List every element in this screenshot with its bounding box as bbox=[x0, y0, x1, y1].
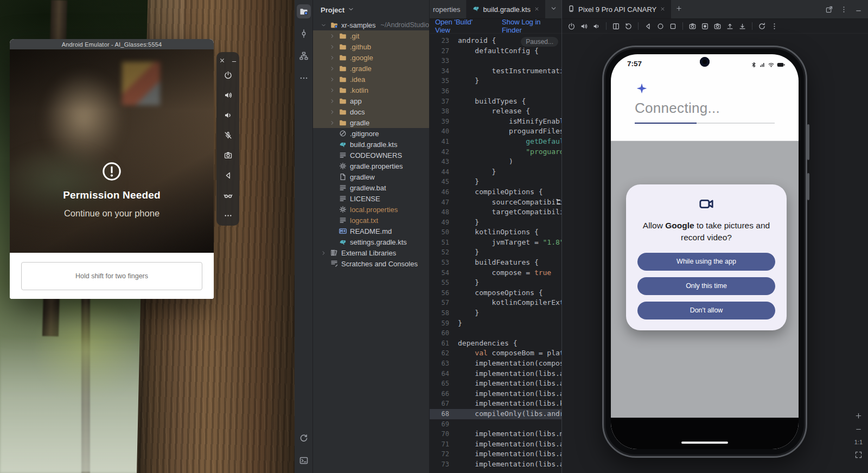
only-this-time-button[interactable]: Only this time bbox=[637, 277, 775, 295]
project-tree[interactable]: xr-samples~/AndroidStudioProj.git.github… bbox=[313, 20, 429, 269]
glasses-button[interactable] bbox=[224, 191, 233, 200]
tree-item[interactable]: .gitignore bbox=[313, 128, 429, 139]
editor-tab-bar[interactable]: roperties build.gradle.kts bbox=[430, 0, 561, 19]
tree-item[interactable]: xr-samples~/AndroidStudioProj bbox=[313, 20, 429, 30]
open-build-view-link[interactable]: Open 'Build' View bbox=[435, 18, 489, 34]
chevron-right-icon[interactable] bbox=[328, 76, 336, 82]
overview-button[interactable] bbox=[669, 22, 677, 30]
tree-item[interactable]: .git bbox=[313, 30, 429, 41]
kebab-button[interactable] bbox=[840, 5, 848, 14]
tree-item[interactable]: docs bbox=[313, 106, 429, 117]
tree-item[interactable]: local.properties bbox=[313, 204, 429, 215]
kebab-button[interactable] bbox=[770, 22, 778, 30]
upload-button[interactable] bbox=[726, 22, 734, 30]
while-using-the-app-button[interactable]: While using the app bbox=[637, 253, 775, 271]
emulator-controls[interactable] bbox=[224, 71, 233, 220]
volume-up-button[interactable] bbox=[224, 91, 233, 100]
tab-list-chevron-icon[interactable] bbox=[550, 5, 557, 14]
emulator-window[interactable]: Android Emulator - AI_Glasses:5554 Permi… bbox=[10, 39, 214, 299]
screenshot-button[interactable] bbox=[688, 22, 697, 30]
chevron-down-icon[interactable] bbox=[320, 22, 327, 28]
minus-button[interactable] bbox=[854, 425, 863, 433]
tree-item[interactable]: LICENSE bbox=[313, 193, 429, 204]
editor-panel[interactable]: roperties build.gradle.kts Open 'Build' … bbox=[430, 0, 561, 473]
device-mirror-area[interactable]: 7:57 Connecting... Allow Google to take … bbox=[562, 34, 868, 473]
tree-item[interactable]: .gradle bbox=[313, 63, 429, 74]
tree-item[interactable]: .github bbox=[313, 41, 429, 52]
commit-button[interactable] bbox=[297, 27, 311, 41]
don-t-allow-button[interactable]: Don't allow bbox=[637, 302, 775, 319]
close-tab-icon[interactable] bbox=[534, 5, 540, 14]
tree-item[interactable]: build.gradle.kts bbox=[313, 139, 429, 150]
record-button[interactable] bbox=[701, 22, 709, 30]
tree-item[interactable]: gradlew.bat bbox=[313, 182, 429, 193]
tab-pixel-9-pro[interactable]: Pixel 9 Pro API CANARY bbox=[562, 0, 671, 18]
tree-item[interactable]: .idea bbox=[313, 74, 429, 85]
chevron-right-icon[interactable] bbox=[328, 87, 336, 93]
camera-button[interactable] bbox=[224, 151, 233, 160]
tree-item[interactable]: gradle.properties bbox=[313, 161, 429, 171]
tree-item[interactable]: Scratches and Consoles bbox=[313, 258, 429, 269]
volume-up-button[interactable] bbox=[580, 22, 588, 30]
project-button[interactable] bbox=[297, 4, 311, 18]
more-horizontal-button[interactable] bbox=[224, 211, 233, 220]
tree-item[interactable]: gradlew bbox=[313, 171, 429, 182]
activity-bar[interactable] bbox=[295, 0, 313, 473]
tab-build-gradle-kts[interactable]: build.gradle.kts bbox=[467, 0, 545, 18]
add-device-icon[interactable] bbox=[675, 5, 682, 14]
project-panel[interactable]: Project xr-samples~/AndroidStudioProj.gi… bbox=[313, 0, 430, 473]
device-tab-bar[interactable]: Pixel 9 Pro API CANARY bbox=[562, 0, 868, 19]
running-devices-panel[interactable]: Pixel 9 Pro API CANARY 7:57 Connect bbox=[561, 0, 868, 473]
chevron-down-icon[interactable] bbox=[348, 6, 354, 14]
tree-item[interactable]: app bbox=[313, 95, 429, 106]
home-button[interactable] bbox=[656, 22, 665, 30]
close-button[interactable] bbox=[219, 57, 226, 64]
home-pill[interactable] bbox=[681, 442, 728, 444]
chevron-right-icon[interactable] bbox=[328, 120, 336, 126]
chevron-right-icon[interactable] bbox=[328, 66, 336, 72]
show-log-link[interactable]: Show Log in Finder bbox=[502, 18, 561, 34]
activity-bar-top[interactable] bbox=[297, 4, 311, 85]
chevron-right-icon[interactable] bbox=[328, 44, 336, 50]
minimize-button[interactable] bbox=[854, 5, 863, 14]
minimize-button[interactable] bbox=[231, 57, 238, 64]
structure-button[interactable] bbox=[297, 49, 311, 63]
tree-item[interactable]: gradle bbox=[313, 117, 429, 128]
tree-item[interactable]: logcat.txt bbox=[313, 215, 429, 226]
emulator-toolbar[interactable] bbox=[216, 52, 239, 226]
project-panel-header[interactable]: Project bbox=[313, 0, 429, 20]
fold-button[interactable] bbox=[612, 22, 620, 30]
camera-button[interactable] bbox=[713, 22, 722, 30]
rotate-left-button[interactable] bbox=[624, 22, 633, 30]
zoom-level-label[interactable]: 1:1 bbox=[854, 439, 863, 445]
device-toolbar[interactable] bbox=[562, 19, 868, 34]
chevron-right-icon[interactable] bbox=[328, 33, 336, 39]
mic-off-button[interactable] bbox=[224, 131, 233, 140]
volume-down-button[interactable] bbox=[224, 111, 233, 120]
zoom-controls[interactable]: 1:1 bbox=[854, 412, 863, 459]
phone-screen[interactable]: 7:57 Connecting... Allow Google to take … bbox=[611, 54, 799, 449]
tree-item[interactable]: CODEOWNERS bbox=[313, 150, 429, 161]
fit-button[interactable] bbox=[854, 451, 863, 459]
volume-down-button[interactable] bbox=[592, 22, 601, 30]
back-button[interactable] bbox=[644, 22, 652, 30]
emulator-screen[interactable]: Permission Needed Continue on your phone bbox=[10, 49, 214, 253]
device-panel-actions[interactable] bbox=[825, 5, 863, 14]
download-button[interactable] bbox=[738, 22, 746, 30]
chevron-right-icon[interactable] bbox=[328, 55, 336, 61]
external-button[interactable] bbox=[825, 5, 833, 14]
activity-bar-bottom[interactable] bbox=[297, 431, 311, 468]
chevron-right-icon[interactable] bbox=[320, 250, 327, 256]
plus-button[interactable] bbox=[854, 412, 863, 420]
tab-gradle-properties[interactable]: roperties bbox=[430, 0, 467, 18]
terminal-button[interactable] bbox=[297, 453, 311, 468]
code-editor[interactable]: 23android {27 defaultConfig {3334 testIn… bbox=[430, 34, 561, 473]
chevron-right-icon[interactable] bbox=[328, 98, 336, 104]
tree-item[interactable]: README.md bbox=[313, 226, 429, 237]
close-tab-icon[interactable] bbox=[660, 5, 666, 14]
power-button[interactable] bbox=[567, 22, 576, 30]
sync-button[interactable] bbox=[297, 431, 311, 445]
chevron-right-icon[interactable] bbox=[328, 109, 336, 115]
emulator-window-controls[interactable] bbox=[219, 54, 238, 66]
power-button[interactable] bbox=[224, 71, 233, 80]
